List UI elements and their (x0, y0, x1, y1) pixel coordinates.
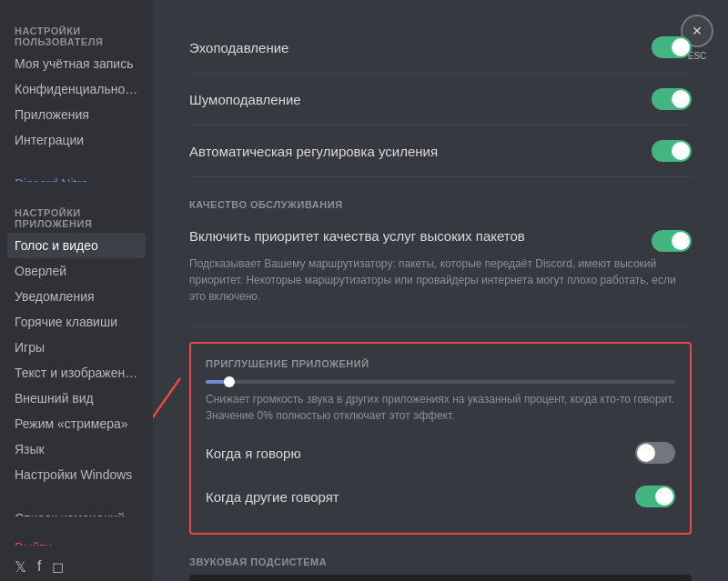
social-links: 𝕏 f ◻ (7, 551, 146, 581)
sidebar: НАСТРОЙКИ ПОЛЬЗОВАТЕЛЯ Моя учётная запис… (0, 0, 153, 581)
auto-gain-label: Автоматическая регулировка усиления (189, 144, 438, 159)
attenuation-rows: Когда я говорю Когда другие говорят (206, 431, 675, 518)
svg-line-0 (153, 378, 180, 469)
audio-subsystem-section: ЗВУКОВАЯ ПОДСИСТЕМА Standard ▼ (189, 556, 692, 581)
noise-label: Шумоподавление (189, 92, 301, 107)
noise-toggle-knob (672, 90, 690, 108)
sidebar-item-language[interactable]: Язык (7, 436, 146, 462)
sidebar-item-privacy[interactable]: Конфиденциальность (7, 76, 146, 102)
sidebar-item-hotkeys[interactable]: Горячие клавиши (7, 309, 146, 335)
quality-section: КАЧЕСТВО ОБСЛУЖИВАНИЯ Включить приоритет… (189, 199, 692, 327)
when-others-speak-row: Когда другие говорят (206, 475, 675, 518)
quality-row: Включить приоритет качества услуг высоки… (189, 217, 692, 255)
echo-label: Эхоподавление (189, 40, 288, 55)
sidebar-item-appearance[interactable]: Внешний вид (7, 386, 146, 411)
main-content: × ESC Эхоподавление Шумоподавление Автом… (153, 0, 728, 581)
sidebar-item-games[interactable]: Игры (7, 335, 146, 360)
when-i-speak-toggle[interactable] (635, 442, 675, 464)
auto-gain-toggle-knob (672, 142, 690, 160)
user-settings-section: НАСТРОЙКИ ПОЛЬЗОВАТЕЛЯ Моя учётная запис… (7, 18, 146, 153)
sidebar-item-logout[interactable]: Выйти (7, 535, 146, 546)
audio-subsystem-header: ЗВУКОВАЯ ПОДСИСТЕМА (189, 556, 692, 567)
attenuation-slider-track (206, 380, 675, 384)
when-others-speak-toggle[interactable] (635, 486, 675, 507)
sidebar-item-nitro[interactable]: Discord Nitro (7, 171, 146, 182)
attenuation-slider-container[interactable] (206, 380, 675, 384)
sidebar-item-text[interactable]: Текст и изображения (7, 360, 146, 386)
audio-subsystem-dropdown[interactable]: Standard ▼ (189, 575, 692, 581)
quality-description: Подсказывает Вашему маршрутизатору: паке… (189, 255, 692, 305)
twitter-icon[interactable]: 𝕏 (15, 558, 26, 576)
quality-toggle-knob (672, 232, 690, 250)
esc-label: ESC (688, 51, 707, 61)
echo-row: Эхоподавление (189, 22, 692, 74)
attenuation-slider-thumb (224, 376, 235, 387)
sidebar-item-account[interactable]: Моя учётная запись (7, 51, 146, 76)
app-settings-label: НАСТРОЙКИ ПРИЛОЖЕНИЯ (7, 200, 146, 233)
sidebar-item-apps[interactable]: Приложения (7, 102, 146, 127)
quality-toggle[interactable] (652, 230, 692, 252)
quality-label: Включить приоритет качества услуг высоки… (189, 228, 637, 244)
echo-toggle-knob (672, 38, 690, 56)
app-settings-section: НАСТРОЙКИ ПРИЛОЖЕНИЯ Голос и видео Оверл… (7, 200, 146, 487)
noise-toggle[interactable] (652, 88, 692, 110)
echo-toggle[interactable] (652, 36, 692, 58)
sidebar-item-changelog[interactable]: Список изменений (7, 506, 146, 516)
sidebar-item-notifications[interactable]: Уведомления (7, 284, 146, 309)
attenuation-section: ПРИГЛУШЕНИЕ ПРИЛОЖЕНИЙ Снижает громкость… (189, 342, 692, 535)
sidebar-item-streamer[interactable]: Режим «стримера» (7, 411, 146, 436)
attenuation-wrapper: ПРИГЛУШЕНИЕ ПРИЛОЖЕНИЙ Снижает громкость… (189, 342, 692, 535)
quality-header: КАЧЕСТВО ОБСЛУЖИВАНИЯ (189, 199, 692, 210)
facebook-icon[interactable]: f (37, 558, 41, 576)
auto-gain-toggle[interactable] (652, 140, 692, 162)
sidebar-item-windows[interactable]: Настройки Windows (7, 462, 146, 487)
sidebar-item-integrations[interactable]: Интеграции (7, 127, 146, 153)
when-others-speak-label: Когда другие говорят (206, 489, 339, 505)
when-i-speak-label: Когда я говорю (206, 446, 301, 461)
when-i-speak-row: Когда я говорю (206, 431, 675, 475)
auto-gain-row: Автоматическая регулировка усиления (189, 125, 692, 177)
attenuation-header: ПРИГЛУШЕНИЕ ПРИЛОЖЕНИЙ (206, 358, 675, 369)
user-settings-label: НАСТРОЙКИ ПОЛЬЗОВАТЕЛЯ (7, 18, 146, 51)
instagram-icon[interactable]: ◻ (52, 558, 64, 576)
sidebar-item-overlay[interactable]: Оверлей (7, 258, 146, 284)
sidebar-item-voice[interactable]: Голос и видео (7, 233, 146, 258)
when-others-speak-toggle-knob (655, 487, 673, 506)
attenuation-description: Снижает громкость звука в других приложе… (206, 391, 675, 424)
noise-row: Шумоподавление (189, 74, 692, 125)
when-i-speak-toggle-knob (637, 444, 655, 462)
